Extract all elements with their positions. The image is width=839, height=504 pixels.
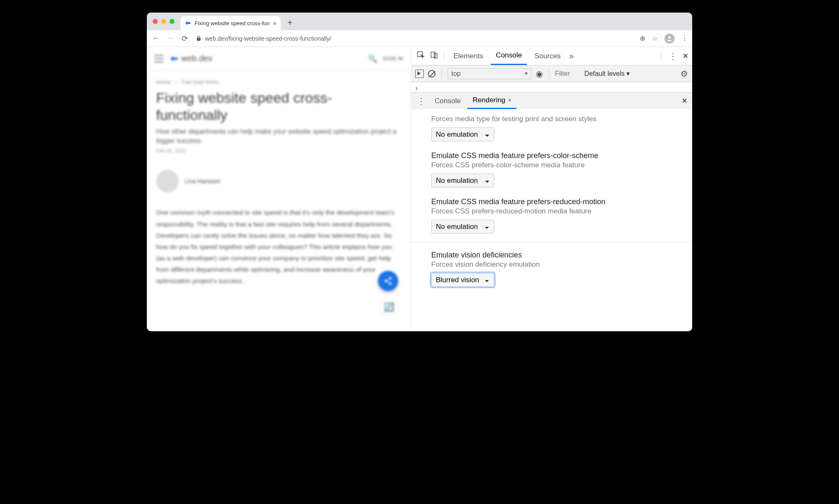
browser-toolbar: ← → ⟳ web.dev/fixing-website-speed-cross…: [147, 30, 692, 47]
rendering-panel: Forces media type for testing print and …: [411, 109, 692, 331]
context-selector[interactable]: top: [448, 68, 532, 79]
vision-deficiency-select[interactable]: Blurred vision: [431, 273, 494, 287]
drawer-tab-rendering[interactable]: Rendering×: [467, 93, 516, 109]
device-toolbar-icon[interactable]: [429, 51, 440, 61]
browser-tab[interactable]: Fixing website speed cross-fun ×: [180, 16, 281, 30]
console-toolbar: top ◉ Default levels ▾ ⚙: [411, 65, 692, 82]
url-text: web.dev/fixing-website-speed-cross-funct…: [205, 35, 331, 42]
tab-close-icon[interactable]: ×: [273, 20, 276, 26]
svg-point-1: [389, 277, 392, 280]
svg-point-2: [385, 280, 387, 282]
media-type-select[interactable]: No emulation: [431, 127, 494, 141]
breadcrumb-section[interactable]: Fast load times: [182, 79, 219, 85]
drawer-close-icon[interactable]: ×: [682, 96, 689, 106]
tab-strip: Fixing website speed cross-fun × +: [147, 13, 692, 30]
tab-favicon-icon: [185, 20, 191, 26]
webpage-viewport: web.dev 🔍 SIGN IN Home › Fast load times…: [147, 47, 411, 331]
install-icon[interactable]: ⊕: [640, 34, 645, 42]
address-bar[interactable]: web.dev/fixing-website-speed-cross-funct…: [194, 35, 636, 42]
execution-context-icon[interactable]: [415, 70, 424, 78]
author-avatar: [156, 170, 179, 192]
author-block: Lina Hansson: [147, 162, 411, 203]
breadcrumb-home[interactable]: Home: [156, 79, 171, 85]
sign-in-button[interactable]: SIGN IN: [383, 56, 403, 62]
back-button[interactable]: ←: [151, 34, 161, 43]
vision-title: Emulate vision deficiencies: [431, 251, 685, 260]
drawer-menu-icon[interactable]: ⋮: [414, 96, 428, 106]
drawer-tab-rendering-label: Rendering: [472, 96, 505, 104]
brand-text: web.dev: [181, 54, 213, 63]
browser-window: Fixing website speed cross-fun × + ← → ⟳…: [147, 13, 692, 331]
reduced-motion-select[interactable]: No emulation: [431, 220, 494, 234]
chrome-menu-icon[interactable]: ⋮: [681, 34, 688, 42]
console-filter-input[interactable]: [555, 70, 580, 78]
close-window-button[interactable]: [153, 19, 158, 24]
site-header: web.dev 🔍 SIGN IN: [147, 47, 411, 70]
section-media-type: Forces media type for testing print and …: [411, 111, 692, 147]
tab-elements[interactable]: Elements: [448, 48, 488, 65]
drawer-tab-close-icon[interactable]: ×: [508, 97, 511, 104]
article-body: One common myth connected to site speed …: [147, 203, 411, 291]
maximize-window-button[interactable]: [169, 19, 175, 24]
media-type-desc: Forces media type for testing print and …: [431, 115, 685, 123]
menu-icon[interactable]: [154, 55, 164, 62]
content-area: web.dev 🔍 SIGN IN Home › Fast load times…: [147, 47, 692, 331]
profile-avatar-icon[interactable]: [664, 34, 675, 44]
tab-console[interactable]: Console: [491, 47, 527, 65]
forward-button[interactable]: →: [165, 34, 175, 43]
drawer-tab-console[interactable]: Console: [430, 94, 466, 109]
search-icon[interactable]: 🔍: [368, 54, 377, 63]
toolbar-right: ⊕ ☆ ⋮: [640, 34, 688, 44]
log-levels-dropdown[interactable]: Default levels ▾: [584, 70, 630, 78]
reload-button[interactable]: ⟳: [180, 34, 190, 43]
minimize-window-button[interactable]: [161, 19, 166, 24]
more-tabs-icon[interactable]: »: [569, 51, 574, 61]
section-vision-deficiencies: Emulate vision deficiencies Forces visio…: [411, 242, 692, 293]
lock-icon: [195, 35, 202, 42]
translate-fab-button[interactable]: 🔄: [380, 298, 398, 316]
reduced-motion-title: Emulate CSS media feature prefers-reduce…: [431, 197, 685, 206]
tab-title: Fixing website speed cross-fun: [195, 20, 269, 26]
page-subtitle: How other departments can help make your…: [147, 126, 411, 147]
clear-console-icon[interactable]: [428, 70, 435, 78]
author-name: Lina Hansson: [185, 178, 221, 184]
reduced-motion-desc: Forces CSS prefers-reduced-motion media …: [431, 207, 685, 216]
breadcrumb: Home › Fast load times: [147, 70, 411, 87]
svg-point-0: [668, 36, 670, 38]
live-expression-icon[interactable]: ◉: [536, 69, 543, 79]
devtools-menu-icon[interactable]: ⋮: [669, 51, 677, 61]
devtools-panel: Elements Console Sources » ⋮ × top ◉: [411, 47, 692, 331]
share-fab-button[interactable]: [378, 271, 398, 291]
console-prompt[interactable]: ›: [411, 82, 692, 92]
window-controls: [151, 19, 178, 24]
site-brand[interactable]: web.dev: [169, 54, 213, 63]
vision-desc: Forces vision deficiency emulation: [431, 260, 685, 269]
tab-sources[interactable]: Sources: [529, 48, 565, 65]
new-tab-button[interactable]: +: [284, 17, 296, 29]
context-label: top: [451, 70, 461, 77]
drawer-tab-bar: ⋮ Console Rendering× ×: [411, 92, 692, 109]
section-color-scheme: Emulate CSS media feature prefers-color-…: [411, 147, 692, 193]
color-scheme-select[interactable]: No emulation: [431, 174, 494, 187]
page-title: Fixing website speed cross-functionally: [147, 87, 411, 126]
devtools-tab-bar: Elements Console Sources » ⋮ ×: [411, 47, 692, 65]
share-icon: [383, 276, 393, 286]
brand-icon: [169, 54, 179, 63]
svg-rect-5: [431, 52, 435, 57]
section-reduced-motion: Emulate CSS media feature prefers-reduce…: [411, 193, 692, 239]
color-scheme-title: Emulate CSS media feature prefers-color-…: [431, 151, 685, 160]
color-scheme-desc: Forces CSS prefers-color-scheme media fe…: [431, 161, 685, 169]
svg-point-3: [389, 283, 392, 285]
page-date: Feb 28, 2020: [147, 146, 411, 162]
inspect-element-icon[interactable]: [415, 51, 426, 61]
console-settings-icon[interactable]: ⚙: [680, 69, 688, 79]
bookmark-icon[interactable]: ☆: [652, 34, 658, 42]
devtools-close-icon[interactable]: ×: [683, 51, 688, 61]
